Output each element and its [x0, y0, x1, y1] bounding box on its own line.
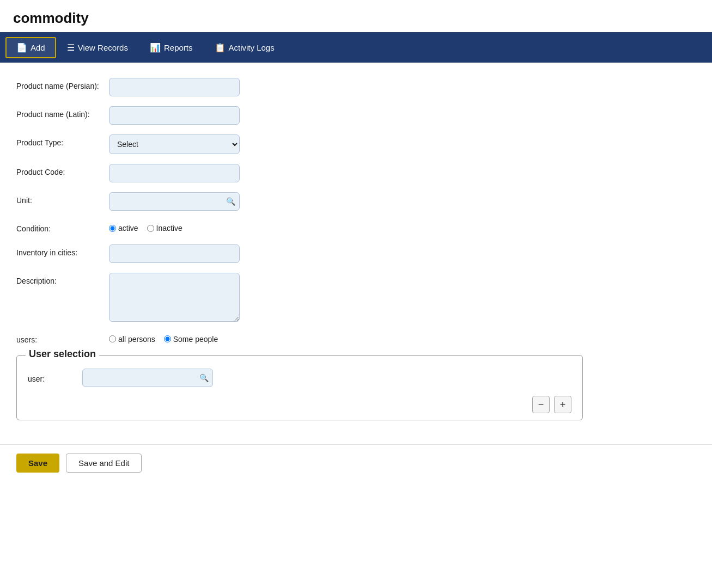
users-some-text: Some people: [173, 335, 218, 344]
user-selection-row: user: 🔍: [28, 369, 571, 387]
condition-row: Condition: active Inactive: [16, 220, 696, 235]
users-some-radio[interactable]: [164, 335, 171, 342]
product-name-persian-row: Product name (Persian):: [16, 78, 696, 96]
product-type-label: Product Type:: [16, 134, 109, 149]
user-selection-box: User selection user: 🔍 − +: [16, 355, 583, 420]
view-records-icon: ☰: [67, 42, 75, 53]
condition-active-radio[interactable]: [109, 225, 116, 232]
condition-radio-group: active Inactive: [109, 220, 182, 232]
nav-view-records[interactable]: ☰ View Records: [56, 37, 139, 58]
inventory-row: Inventory in cities:: [16, 244, 696, 263]
description-label: Description:: [16, 273, 109, 287]
nav-reports-label: Reports: [164, 43, 193, 52]
navbar: 📄 Add ☰ View Records 📊 Reports 📋 Activit…: [0, 32, 712, 63]
product-name-persian-label: Product name (Persian):: [16, 78, 109, 92]
condition-active-label[interactable]: active: [109, 224, 138, 232]
users-all-text: all persons: [118, 335, 155, 344]
condition-label: Condition:: [16, 220, 109, 235]
users-all-label[interactable]: all persons: [109, 335, 155, 344]
product-type-select[interactable]: Select Type A Type B Type C: [109, 134, 240, 154]
nav-activity-logs-label: Activity Logs: [229, 43, 275, 52]
form-area: Product name (Persian): Product name (La…: [0, 63, 712, 444]
description-textarea[interactable]: [109, 273, 240, 322]
save-and-edit-button[interactable]: Save and Edit: [66, 454, 142, 473]
unit-row: Unit: 🔍: [16, 192, 696, 211]
nav-add-label: Add: [31, 43, 45, 52]
product-name-latin-label: Product name (Latin):: [16, 106, 109, 120]
user-input[interactable]: [82, 369, 213, 387]
activity-logs-icon: 📋: [215, 42, 226, 53]
product-name-latin-input[interactable]: [109, 106, 240, 125]
users-row: users: all persons Some people: [16, 332, 696, 346]
footer-buttons: Save Save and Edit: [0, 444, 712, 481]
description-row: Description:: [16, 273, 696, 322]
product-name-latin-row: Product name (Latin):: [16, 106, 696, 125]
save-button[interactable]: Save: [16, 454, 59, 473]
users-label: users:: [16, 332, 109, 346]
nav-add[interactable]: 📄 Add: [5, 37, 56, 58]
unit-input-wrapper: 🔍: [109, 192, 240, 211]
users-all-radio[interactable]: [109, 335, 116, 342]
user-input-wrapper: 🔍: [82, 369, 213, 387]
add-icon: 📄: [16, 42, 27, 53]
nav-view-records-label: View Records: [78, 43, 128, 52]
condition-inactive-text: Inactive: [156, 224, 182, 232]
inventory-input[interactable]: [109, 244, 240, 263]
remove-user-button[interactable]: −: [532, 396, 550, 413]
product-code-input[interactable]: [109, 164, 240, 182]
unit-input[interactable]: [109, 192, 240, 211]
users-radio-group: all persons Some people: [109, 332, 218, 344]
add-user-button[interactable]: +: [554, 396, 571, 413]
page-title: commodity: [0, 0, 712, 32]
user-selection-buttons: − +: [28, 396, 571, 413]
user-label: user:: [28, 372, 82, 383]
inventory-label: Inventory in cities:: [16, 244, 109, 259]
reports-icon: 📊: [150, 42, 161, 53]
user-selection-title: User selection: [26, 348, 99, 360]
nav-activity-logs[interactable]: 📋 Activity Logs: [204, 37, 285, 58]
condition-active-text: active: [118, 224, 138, 232]
product-code-label: Product Code:: [16, 164, 109, 178]
condition-inactive-radio[interactable]: [147, 225, 154, 232]
nav-reports[interactable]: 📊 Reports: [139, 37, 204, 58]
unit-label: Unit:: [16, 192, 109, 206]
product-code-row: Product Code:: [16, 164, 696, 182]
product-type-row: Product Type: Select Type A Type B Type …: [16, 134, 696, 154]
condition-inactive-label[interactable]: Inactive: [147, 224, 182, 232]
product-name-persian-input[interactable]: [109, 78, 240, 96]
users-some-label[interactable]: Some people: [164, 335, 218, 344]
